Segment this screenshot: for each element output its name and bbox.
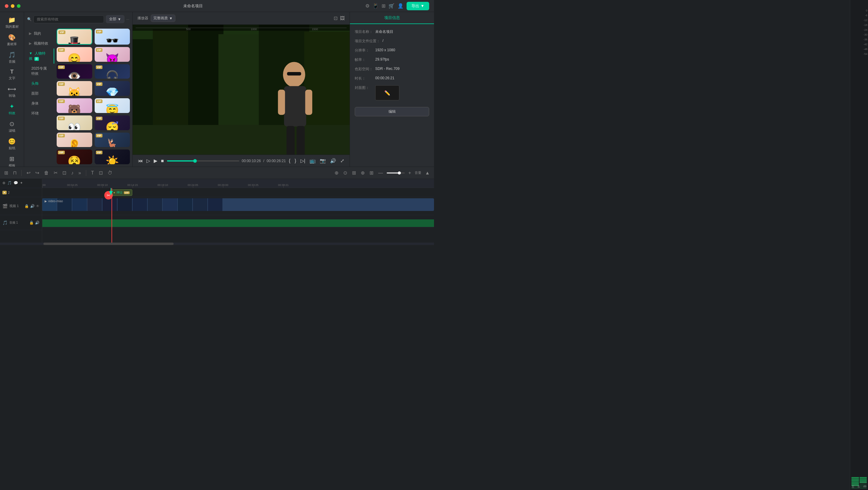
toolbar-item-template[interactable]: ⊞ 模板 bbox=[1, 153, 23, 167]
effect-card-gentleman[interactable]: 🎩 VIP 绅士 bbox=[57, 29, 92, 44]
effect-card-sun[interactable]: ☀️ VIP 👤 阳光 bbox=[95, 150, 130, 164]
prev-frame-button[interactable]: ⏮ bbox=[137, 158, 144, 164]
effect-card-angel[interactable]: 😇 VIP 👤 天使 bbox=[95, 98, 130, 113]
timeline-scrollbar[interactable] bbox=[0, 243, 434, 245]
device-icon[interactable]: 📱 bbox=[373, 3, 378, 9]
play-button[interactable]: ▶ bbox=[153, 157, 158, 164]
effect-card-party-boy[interactable]: 🕶️ VIP 👤 派对靓仔 bbox=[95, 29, 130, 44]
progress-bar[interactable] bbox=[167, 160, 239, 161]
split-view-icon[interactable]: ⊡ bbox=[334, 16, 338, 21]
effect-card-little-devil[interactable]: 😈 VIP 👤 小恶魔 bbox=[95, 47, 130, 62]
search-input[interactable] bbox=[33, 16, 104, 23]
video-track-row[interactable]: ▶ video-miao bbox=[42, 197, 434, 215]
effect-card-emoji[interactable]: 😊 VIP 👤 Emoji bbox=[57, 47, 92, 62]
redo-button[interactable]: ↪ bbox=[34, 170, 40, 176]
speed-button[interactable]: ▷| bbox=[300, 157, 306, 164]
filter-dropdown[interactable]: 全部 ▼ bbox=[106, 15, 124, 23]
effect-card-dj[interactable]: 🎧 VIP + 👤 DJ bbox=[95, 64, 130, 79]
track-lock-button[interactable]: 🔒 bbox=[24, 204, 29, 208]
aspect-ratio-button[interactable]: ⤢ bbox=[340, 157, 345, 164]
pip-button[interactable]: ⊞ bbox=[351, 170, 357, 176]
camera-button[interactable]: 📷 bbox=[319, 157, 327, 164]
more-options-icon[interactable]: ··· bbox=[126, 17, 129, 21]
audio-button[interactable]: ♪ bbox=[70, 170, 75, 176]
toolbar-item-text[interactable]: T 文字 bbox=[1, 67, 23, 82]
delete-button[interactable]: 🗑 bbox=[43, 170, 50, 176]
settings-icon[interactable]: ⚙ bbox=[365, 3, 370, 9]
cat-sub-2025[interactable]: 2025专属特效 bbox=[24, 64, 54, 79]
plus-zoom-button[interactable]: + bbox=[407, 170, 412, 176]
grid-icon[interactable]: ⊞ bbox=[381, 3, 385, 9]
effect-card-small-mouth[interactable]: 👂 VIP 👤 小丸子耳朵 bbox=[57, 132, 92, 147]
toolbar-item-effects[interactable]: ✦ 特效 bbox=[1, 101, 23, 117]
mark-out-button[interactable]: } bbox=[294, 158, 297, 164]
toolbar-item-audio[interactable]: 🎵 音频 bbox=[1, 50, 23, 66]
export-button[interactable]: 导出 ▼ bbox=[407, 2, 429, 10]
screen-record-button[interactable]: ⊙ bbox=[342, 170, 348, 176]
tab-project-info[interactable]: 项目信息 bbox=[350, 12, 434, 24]
split-tracks-button[interactable]: ⊞ bbox=[3, 170, 9, 176]
audio-track-row[interactable] bbox=[42, 215, 434, 227]
cat-sub-surround[interactable]: 环绕 bbox=[24, 109, 54, 118]
maximize-button[interactable] bbox=[17, 4, 21, 8]
magnet-button[interactable]: ⊓ bbox=[12, 170, 18, 176]
toolbar-item-materials[interactable]: 🎨 素材库 bbox=[1, 32, 23, 48]
video-clip[interactable]: ▶ video-miao bbox=[42, 198, 434, 211]
cat-item-character[interactable]: ▼ 人物特效 新 bbox=[24, 49, 54, 64]
add-main-track-icon[interactable]: ⊕ bbox=[2, 181, 5, 185]
zoom-thumb[interactable] bbox=[398, 172, 401, 175]
sound-button[interactable]: 🔊 bbox=[330, 157, 337, 164]
screen-cast-button[interactable]: 📺 bbox=[309, 157, 316, 164]
edit-cover-icon[interactable]: ✏️ bbox=[384, 90, 390, 96]
toolbar-item-sticker[interactable]: 😊 贴纸 bbox=[1, 136, 23, 152]
progress-thumb[interactable] bbox=[193, 159, 197, 163]
more-button[interactable]: » bbox=[77, 170, 82, 176]
effect-card-big-eyes[interactable]: 👀 VIP 👤 水汪汪大眼睛 bbox=[57, 115, 92, 130]
add-effect-track-icon[interactable]: ✦ bbox=[20, 181, 23, 185]
text-tool-button[interactable]: T bbox=[90, 170, 95, 176]
fullscreen-icon[interactable]: 🖼 bbox=[340, 16, 345, 21]
effect-card-cute-cat[interactable]: 🐱 VIP 👤 可爱喵咪 bbox=[57, 81, 92, 96]
add-audio-track-icon[interactable]: 🎵 bbox=[7, 181, 12, 185]
edit-button[interactable]: 编辑 bbox=[355, 107, 429, 116]
zoom-slider[interactable] bbox=[387, 172, 405, 174]
toolbar-item-filter[interactable]: ⊙ 滤镜 bbox=[1, 118, 23, 135]
volume-icon[interactable]: ▲ bbox=[424, 170, 431, 176]
add-subtitle-icon[interactable]: 💬 bbox=[13, 181, 18, 185]
toolbar-item-my-assets[interactable]: 📁 我的素材 bbox=[1, 14, 23, 31]
cat-sub-headwear[interactable]: 头饰 bbox=[24, 79, 54, 89]
track-eye-button[interactable]: 👁 bbox=[36, 204, 39, 208]
stop-button[interactable]: ■ bbox=[160, 158, 164, 164]
extract-button[interactable]: ⊞ bbox=[368, 170, 375, 176]
effect-card-night-eye[interactable]: 👁️ VIP 👤 夜叉眼 bbox=[57, 64, 92, 79]
cut-button[interactable]: ✂ bbox=[53, 170, 59, 176]
scrollbar-thumb[interactable] bbox=[43, 243, 174, 245]
insert-button[interactable]: ⊕ bbox=[360, 170, 366, 176]
cat-item-my[interactable]: ▶ 我的 bbox=[24, 29, 54, 38]
effect-card-sleeping[interactable]: 😴 VIP 👤 睡着 bbox=[95, 115, 130, 130]
undo-button[interactable]: ↩ bbox=[25, 170, 32, 176]
close-button[interactable] bbox=[5, 4, 8, 8]
timer-button[interactable]: ⏱ bbox=[106, 170, 114, 176]
minimize-button[interactable] bbox=[11, 4, 14, 8]
effect-card-rainbow-bear[interactable]: 🐻 VIP 👤 彩虹熊 bbox=[57, 98, 92, 113]
cat-item-video[interactable]: ▶ 视频特效 bbox=[24, 38, 54, 49]
user-icon[interactable]: 👤 bbox=[398, 3, 404, 9]
effect-card-tearing[interactable]: 😵 VIP 👤 裂开 bbox=[57, 150, 92, 164]
quality-select[interactable]: 完整画质 ▼ bbox=[151, 14, 176, 22]
slow-play-button[interactable]: ▷ bbox=[146, 157, 151, 164]
minus-zoom-button[interactable]: — bbox=[377, 170, 384, 176]
effect-chip[interactable]: ✦ 绅士 VIP bbox=[110, 189, 132, 196]
effect-card-pearl-girl[interactable]: 💎 VIP 👤 戴珍珠耳环的少女 bbox=[95, 81, 130, 96]
mark-in-button[interactable]: { bbox=[288, 158, 291, 164]
audio-volume-button[interactable]: 🔊 bbox=[35, 221, 39, 225]
cart-icon[interactable]: 🛒 bbox=[389, 3, 395, 9]
crop-button[interactable]: ⊡ bbox=[61, 170, 67, 176]
toolbar-item-transition[interactable]: ⟷ 转场 bbox=[1, 84, 23, 100]
cat-sub-body[interactable]: 身体 bbox=[24, 98, 54, 109]
cat-sub-face[interactable]: 面部 bbox=[24, 89, 54, 98]
track-audio-button[interactable]: 🔊 bbox=[30, 204, 35, 208]
audio-lock-button[interactable]: 🔒 bbox=[29, 221, 34, 225]
add-track-button[interactable]: ⊕ bbox=[333, 170, 340, 176]
effect-card-deer[interactable]: 🦌 VIP 👤 鹿角 bbox=[95, 132, 130, 147]
